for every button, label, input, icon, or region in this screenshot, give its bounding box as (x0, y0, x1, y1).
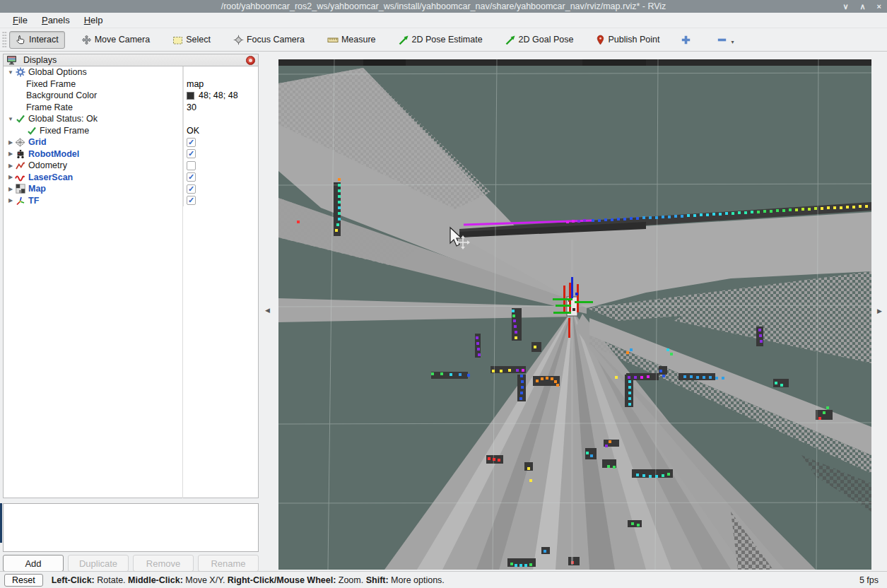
expander-icon[interactable]: ▶ (6, 197, 15, 204)
tree-row-fixed-frame[interactable]: Fixed FrameOK (4, 125, 258, 137)
render-viewport[interactable] (278, 59, 871, 570)
menu-bar: FilePanelsHelp (0, 13, 887, 28)
tree-value-cell[interactable]: OK (183, 125, 258, 137)
2d-goal-pose-button[interactable]: 2D Goal Pose (499, 31, 580, 49)
reset-button[interactable]: Reset (4, 574, 43, 587)
select-button[interactable]: Select (166, 31, 217, 49)
tree-label: Fixed Frame (26, 79, 76, 89)
tf-icon (15, 195, 25, 206)
menu-help[interactable]: Help (78, 13, 109, 27)
gear-icon (15, 67, 25, 78)
maximize-icon[interactable]: ∧ (860, 2, 866, 11)
tree-value: OK (187, 126, 199, 136)
tree-row-global-status-ok[interactable]: ▼Global Status: Ok (4, 113, 258, 125)
title-bar[interactable]: /root/yahboomcar_ros2_ws/yahboomcar_ws/i… (0, 0, 887, 13)
enabled-checkbox[interactable]: ✓ (187, 138, 196, 147)
tree-label: Global Options (28, 67, 87, 77)
close-displays-icon[interactable] (246, 56, 255, 65)
tree-value-cell[interactable] (183, 66, 258, 78)
focus-icon (233, 35, 244, 45)
pin-icon (596, 35, 605, 45)
tree-column-separator[interactable] (182, 66, 183, 498)
tree-label: TF (28, 196, 39, 206)
tree-label: Grid (28, 137, 47, 147)
right-strip[interactable]: ▶ (871, 54, 887, 570)
tree-row-tf[interactable]: ▶TF✓ (4, 195, 258, 207)
rviz-window: /root/yahboomcar_ros2_ws/yahboomcar_ws/i… (0, 0, 887, 588)
enabled-checkbox[interactable]: ✓ (187, 149, 196, 158)
tree-value-cell[interactable]: 48; 48; 48 (183, 90, 258, 102)
green-arrow-icon (399, 35, 409, 45)
rename-button[interactable]: Rename (198, 555, 259, 572)
tool-label: Publish Point (608, 35, 659, 45)
expander-icon[interactable]: ▶ (6, 174, 15, 180)
tree-label: Global Status: Ok (28, 114, 98, 124)
remove-button[interactable]: Remove (133, 555, 194, 572)
expander-icon[interactable]: ▼ (6, 69, 15, 76)
tree-row-frame-rate[interactable]: Frame Rate30 (4, 102, 258, 114)
map-scene (278, 59, 871, 570)
expander-icon[interactable]: ▶ (6, 151, 15, 157)
tool-label: 2D Goal Pose (519, 35, 574, 45)
tree-row-background-color[interactable]: Background Color48; 48; 48 (4, 90, 258, 102)
tree-row-global-options[interactable]: ▼Global Options (4, 66, 258, 78)
tree-label: Map (28, 184, 46, 194)
tool-label: Focus Camera (247, 35, 305, 45)
displays-tree: ▼Global OptionsFixed FramemapBackground … (3, 66, 259, 498)
tree-row-grid[interactable]: ▶Grid✓ (4, 136, 258, 148)
tree-row-map[interactable]: ▶Map✓ (4, 183, 258, 195)
tool-label: Select (186, 35, 211, 45)
measure-icon (327, 35, 339, 45)
tree-value-cell: ✓ (183, 172, 258, 184)
tree-row-robotmodel[interactable]: ▶RobotModel✓ (4, 148, 258, 160)
measure-button[interactable]: Measure (321, 31, 382, 48)
minus-icon (717, 35, 727, 45)
robot-icon (15, 148, 25, 159)
enabled-checkbox[interactable]: ✓ (187, 184, 196, 194)
chevron-down-icon[interactable]: ▾ (731, 39, 734, 45)
collapse-right-icon[interactable]: ▶ (877, 307, 882, 314)
plus-button[interactable] (676, 31, 696, 49)
menu-panels[interactable]: Panels (36, 13, 76, 27)
toolbar-drag-handle[interactable] (2, 31, 7, 48)
publish-point-button[interactable]: Publish Point (589, 31, 666, 49)
status-bar: Reset Left-Click: Rotate. Middle-Click: … (0, 571, 887, 588)
tree-value-cell[interactable]: 30 (183, 102, 258, 114)
tree-row-laserscan[interactable]: ▶LaserScan✓ (4, 172, 258, 184)
map-icon (15, 184, 25, 194)
2d-pose-estimate-button[interactable]: 2D Pose Estimate (392, 31, 489, 49)
check-icon (15, 114, 25, 124)
enabled-checkbox[interactable] (187, 161, 196, 170)
expander-icon[interactable]: ▶ (6, 163, 15, 169)
interact-button[interactable]: Interact (9, 31, 65, 49)
minimize-icon[interactable]: ∨ (842, 2, 848, 11)
tree-label: LaserScan (28, 172, 73, 182)
collapse-left-icon[interactable]: ◀ (265, 307, 270, 314)
menu-file[interactable]: File (7, 13, 33, 27)
tool-label: Interact (29, 35, 59, 45)
tree-row-fixed-frame[interactable]: Fixed Framemap (4, 78, 258, 90)
color-swatch (187, 92, 194, 100)
duplicate-button[interactable]: Duplicate (68, 555, 129, 572)
enabled-checkbox[interactable]: ✓ (187, 196, 196, 205)
tree-row-odometry[interactable]: ▶Odometry (4, 160, 258, 172)
expander-icon[interactable]: ▼ (6, 116, 15, 122)
move-camera-button[interactable]: Move Camera (75, 31, 157, 49)
plus-icon (681, 35, 691, 45)
enabled-checkbox[interactable]: ✓ (187, 172, 196, 182)
tree-value-cell: ✓ (183, 195, 258, 207)
hand-icon (16, 35, 26, 45)
focus-camera-button[interactable]: Focus Camera (227, 31, 311, 49)
tree-value-cell[interactable] (183, 113, 258, 125)
close-icon[interactable]: × (877, 2, 881, 11)
tool-label: Measure (341, 35, 376, 45)
expander-icon[interactable]: ▶ (6, 186, 15, 192)
mid-splitter[interactable]: ◀ (259, 54, 278, 570)
tree-value: 48; 48; 48 (199, 90, 238, 100)
minus-button[interactable]: ▾ (712, 31, 739, 49)
displays-panel-header[interactable]: Displays (3, 54, 259, 66)
tree-value-cell[interactable]: map (183, 78, 258, 90)
expander-icon[interactable]: ▶ (6, 139, 15, 146)
tool-label: 2D Pose Estimate (412, 35, 483, 45)
add-button[interactable]: Add (3, 555, 64, 572)
